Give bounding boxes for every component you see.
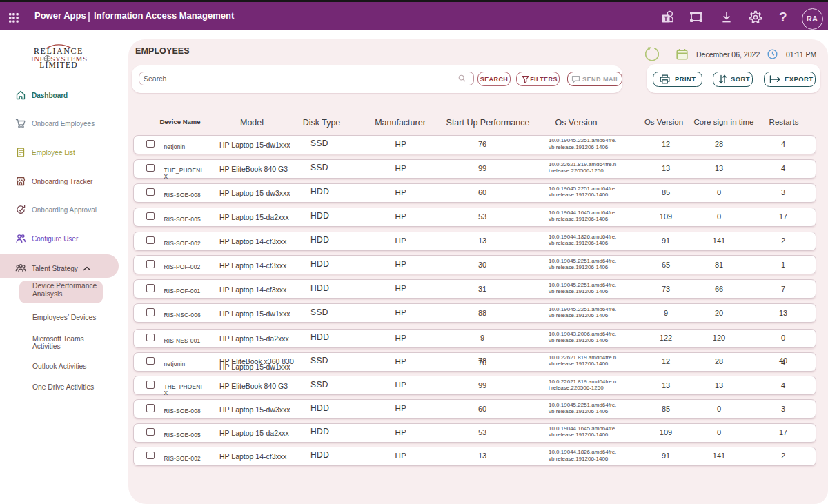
svg-text:LIMITED: LIMITED: [39, 61, 78, 69]
